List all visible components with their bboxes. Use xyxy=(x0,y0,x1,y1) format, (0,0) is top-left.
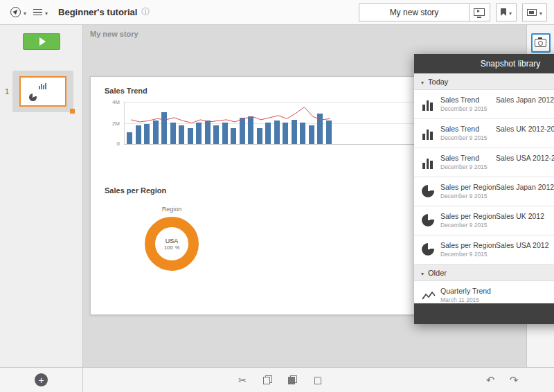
main-area: 1 My new story Sales Trend 4M xyxy=(0,25,554,367)
paste-icon xyxy=(288,375,297,384)
undo-icon xyxy=(486,374,495,386)
donut-chart: USA 100 % xyxy=(145,217,199,271)
dimension-label: Region xyxy=(105,206,239,213)
snapshot-list: TodaySales TrendDecember 9 2015Sales Jap… xyxy=(414,73,554,303)
slide-thumbnail-card xyxy=(19,76,66,107)
footer-left xyxy=(0,368,83,392)
chevron-down-icon xyxy=(24,7,26,17)
story-canvas[interactable]: My new story Sales Trend 4M 2M 0 xyxy=(83,25,526,367)
y-axis: 4M 2M 0 xyxy=(105,102,124,145)
story-group: My new story xyxy=(359,3,490,21)
undo-button[interactable] xyxy=(483,373,497,387)
snapshot-item[interactable]: Sales per RegionDecember 9 2015Sales Jap… xyxy=(414,177,554,206)
snapshot-name: Sales Trend xyxy=(440,125,479,133)
slide-panel: 1 xyxy=(0,25,83,367)
bar-chart-icon xyxy=(422,156,436,170)
snapshot-date: December 9 2015 xyxy=(440,193,488,199)
footer-right xyxy=(483,368,521,392)
list-icon xyxy=(33,8,42,16)
play-story-button[interactable] xyxy=(470,3,490,21)
snapshot-date: December 9 2015 xyxy=(440,251,488,258)
app-title: Beginner's tutorial xyxy=(58,7,137,17)
trend-line xyxy=(131,107,330,123)
app-window: Beginner's tutorial My new story xyxy=(0,0,554,392)
snapshot-date: December 9 2015 xyxy=(440,105,488,112)
redo-button[interactable] xyxy=(507,373,521,387)
snapshot-description: Sales USA 2012 xyxy=(496,241,548,249)
snapshot-name: Sales Trend xyxy=(440,96,479,104)
sales-region-object[interactable]: Sales per Region Region USA 100 % xyxy=(105,186,243,308)
snapshot-date: March 11 2015 xyxy=(440,296,479,303)
canvas-story-title: My new story xyxy=(90,30,138,38)
section-label: Today xyxy=(428,78,448,86)
app-options-button[interactable] xyxy=(30,4,51,20)
donut-center-label: USA xyxy=(166,238,179,244)
paste-button[interactable] xyxy=(285,373,299,387)
snapshot-name: Sales per Region xyxy=(440,183,497,191)
info-icon[interactable] xyxy=(141,6,150,18)
snapshot-name: Quarterly Trend xyxy=(440,287,491,295)
camera-icon xyxy=(535,39,546,47)
add-slide-button[interactable] xyxy=(35,373,48,386)
bookmark-icon xyxy=(501,8,506,16)
slide-thumbnail-row: 1 xyxy=(1,71,82,112)
delete-button[interactable] xyxy=(310,373,324,387)
y-tick: 4M xyxy=(112,99,120,105)
footer-center xyxy=(235,368,324,392)
snapshot-section-header[interactable]: Today xyxy=(414,73,554,90)
cut-button[interactable] xyxy=(235,373,249,387)
snapshot-description: Sales USA 2012-2014 xyxy=(496,154,554,162)
snapshot-tool-button[interactable] xyxy=(531,33,551,53)
snapshot-library-panel: Snapshot library TodaySales TrendDecembe… xyxy=(414,54,554,324)
bar-chart-icon xyxy=(422,98,436,112)
y-tick: 2M xyxy=(112,121,120,127)
snapshot-date: December 9 2015 xyxy=(440,134,488,141)
snapshot-section-header[interactable]: Older xyxy=(414,265,554,281)
donut-center-value: 100 % xyxy=(164,244,180,251)
chevron-down-icon xyxy=(509,7,512,17)
y-tick: 0 xyxy=(117,141,120,147)
snapshot-item[interactable]: Sales per RegionDecember 9 2015Sales USA… xyxy=(414,235,554,265)
line-chart-icon xyxy=(422,289,436,303)
chevron-down-icon xyxy=(421,78,424,86)
play-preview-button[interactable] xyxy=(23,33,60,50)
chart-title: Sales per Region xyxy=(105,186,243,195)
pie-chart-icon xyxy=(422,214,434,226)
chevron-down-icon xyxy=(539,7,542,17)
monitor-play-icon xyxy=(474,8,485,16)
snapshot-name: Sales per Region xyxy=(440,212,497,220)
mini-pie-chart-icon xyxy=(29,93,37,101)
snapshot-description: Sales Japan 2012 xyxy=(496,183,554,191)
snapshot-date: December 9 2015 xyxy=(440,163,488,170)
navigation-menu-button[interactable] xyxy=(7,4,30,20)
toolbar-right-group: My new story xyxy=(359,3,547,21)
top-toolbar: Beginner's tutorial My new story xyxy=(0,0,554,25)
story-selector[interactable]: My new story xyxy=(359,3,470,21)
snapshot-library-footer xyxy=(414,303,554,324)
trend-line-layer xyxy=(127,102,334,145)
snapshot-item[interactable]: Quarterly TrendMarch 11 2015 xyxy=(414,281,554,303)
snapshot-item[interactable]: Sales TrendDecember 9 2015Sales Japan 20… xyxy=(414,90,554,119)
screens-icon xyxy=(527,9,537,16)
snapshot-item[interactable]: Sales TrendDecember 9 2015Sales UK 2012-… xyxy=(414,119,554,148)
section-label: Older xyxy=(428,269,447,277)
snapshot-item[interactable]: Sales TrendDecember 9 2015Sales USA 2012… xyxy=(414,148,554,177)
snapshot-description: Sales UK 2012 xyxy=(496,212,544,220)
mini-bar-chart-icon xyxy=(39,83,46,89)
scissors-icon xyxy=(238,375,247,386)
views-button[interactable] xyxy=(522,3,547,21)
chevron-down-icon xyxy=(45,7,48,17)
bookmarks-button[interactable] xyxy=(496,3,517,21)
slide-thumbnail[interactable] xyxy=(12,71,73,112)
copy-icon xyxy=(263,375,272,384)
copy-button[interactable] xyxy=(260,373,274,387)
snapshot-item[interactable]: Sales per RegionDecember 9 2015Sales UK … xyxy=(414,206,554,235)
pie-chart-icon xyxy=(422,243,434,256)
snapshot-description: Sales UK 2012-2014 xyxy=(496,125,554,133)
snapshot-name: Sales per Region xyxy=(440,241,497,249)
snapshot-date: December 9 2015 xyxy=(440,222,488,229)
resize-handle[interactable] xyxy=(70,109,75,114)
play-icon xyxy=(39,37,46,46)
snapshot-library-title: Snapshot library xyxy=(481,59,541,69)
compass-icon xyxy=(10,7,21,17)
